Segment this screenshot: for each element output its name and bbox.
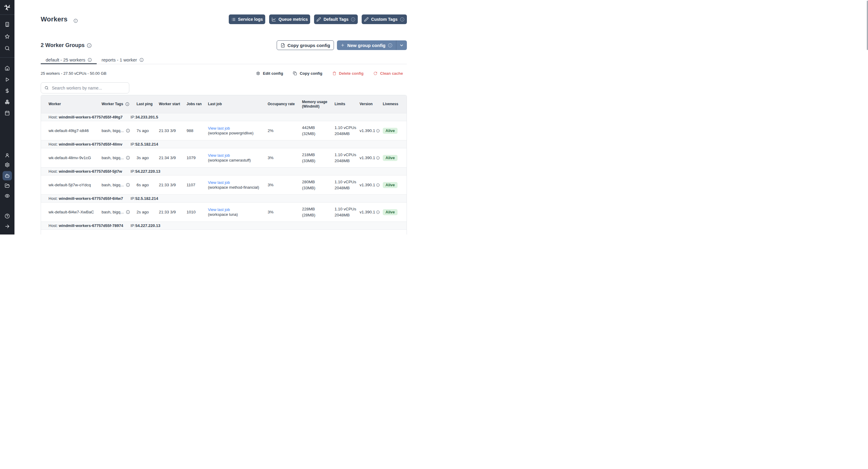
delete-config-button[interactable]: Delete config	[333, 71, 364, 76]
liveness-badge: Alive	[383, 182, 398, 188]
gear-icon	[256, 71, 260, 75]
sidebar-item-collapse[interactable]	[5, 224, 10, 229]
chart-icon	[272, 17, 276, 22]
worker-groups-heading: 2 Worker Groups	[41, 42, 85, 49]
host-label: Host:	[49, 196, 58, 201]
ip-label: IP:	[130, 142, 135, 147]
host-row: Host: windmill-workers-67757d55f-4llmv I…	[41, 140, 407, 148]
column-header-version: Version	[360, 102, 383, 106]
info-icon[interactable]	[376, 210, 380, 214]
clean-cache-button[interactable]: Clean cache	[373, 71, 403, 76]
sidebar-item-runs[interactable]	[5, 77, 10, 82]
new-group-config-caret-button[interactable]	[396, 40, 407, 50]
jobs-ran: 1107	[187, 183, 208, 187]
memory-total: 228MB	[302, 207, 315, 211]
sidebar-item-favorites[interactable]	[5, 34, 10, 39]
sidebar-divider	[0, 14, 14, 15]
sidebar-item-workspace[interactable]	[5, 22, 10, 27]
ip-label: IP:	[130, 223, 135, 228]
action-label: Edit config	[263, 71, 283, 76]
memory-windmill: (33MB)	[302, 159, 315, 163]
version: v1.390.1	[360, 210, 383, 214]
sidebar-item-help[interactable]	[5, 214, 10, 219]
tags-text: bash, bigq...	[101, 183, 124, 187]
new-group-config-button[interactable]: New group config	[337, 40, 396, 50]
info-icon[interactable]	[376, 129, 380, 133]
info-icon[interactable]	[376, 183, 380, 187]
info-icon[interactable]	[126, 156, 130, 160]
sidebar-item-resources[interactable]	[5, 99, 10, 104]
column-label: Last job	[208, 102, 222, 106]
memory-windmill: (32MB)	[302, 131, 315, 136]
host-cell: Host: windmill-workers-67757d55f-78974	[49, 223, 130, 228]
copy-groups-config-button[interactable]: Copy groups config	[277, 40, 334, 50]
search-input[interactable]	[52, 86, 125, 90]
sidebar	[0, 0, 14, 234]
tab-reports[interactable]: reports - 1 worker	[97, 56, 148, 64]
button-label: Queue metrics	[278, 17, 308, 22]
view-last-job-link[interactable]: View last job	[208, 126, 230, 130]
host-ip: 54.227.220.13	[135, 223, 160, 228]
sidebar-item-folders[interactable]	[5, 183, 10, 188]
view-last-job-link[interactable]: View last job	[208, 180, 230, 185]
last-job-workspace: (workspace camerastuff)	[208, 158, 251, 162]
liveness: Alive	[383, 182, 407, 188]
worker-start: 21:33 3/9	[159, 210, 187, 214]
info-icon[interactable]	[88, 58, 92, 62]
worker-name: wk-default-5jt7w-oYdcq	[41, 183, 101, 187]
info-icon[interactable]	[87, 43, 92, 48]
plus-icon	[341, 43, 345, 47]
info-icon[interactable]	[126, 129, 130, 133]
queue-metrics-button[interactable]: Queue metrics	[269, 14, 310, 24]
info-icon[interactable]	[140, 58, 144, 62]
sidebar-item-variables[interactable]	[5, 88, 10, 93]
version: v1.390.1	[360, 128, 383, 133]
worker-start: 21:34 3/9	[159, 156, 187, 160]
sidebar-item-settings[interactable]	[5, 162, 10, 167]
default-tags-button[interactable]: Default Tags	[314, 14, 358, 24]
sidebar-item-home[interactable]	[5, 66, 10, 71]
copy-config-button[interactable]: Copy config	[293, 71, 322, 76]
host-ip: 34.233.201.5	[135, 115, 158, 119]
building-icon	[5, 22, 10, 27]
file-code-icon	[281, 43, 285, 48]
windmill-logo[interactable]	[4, 4, 10, 10]
sidebar-item-schedules[interactable]	[5, 111, 10, 116]
sidebar-item-audit-logs[interactable]	[5, 193, 10, 199]
search-icon	[44, 86, 49, 90]
info-icon[interactable]	[126, 183, 130, 187]
column-label: Limits	[335, 102, 345, 106]
version: v1.390.1	[360, 156, 383, 160]
memory-total: 218MB	[302, 153, 315, 157]
info-icon[interactable]	[376, 156, 380, 160]
info-icon[interactable]	[73, 19, 78, 23]
sidebar-item-workers[interactable]	[3, 171, 12, 181]
ip-label: IP:	[130, 115, 135, 119]
windmill-logo-icon	[4, 4, 10, 10]
version-text: v1.390.1	[360, 210, 375, 214]
worker-group-tabs: default - 25 workers reports - 1 worker	[41, 56, 407, 64]
view-last-job-link[interactable]: View last job	[208, 207, 230, 212]
eye-icon	[5, 193, 10, 199]
sidebar-item-users[interactable]	[5, 153, 10, 158]
column-label: Liveness	[383, 102, 398, 106]
column-header-liveness: Liveness	[383, 102, 407, 106]
tags-text: bash, bigq...	[101, 210, 124, 214]
column-label: Jobs ran	[187, 102, 202, 106]
occupancy-rate: 3%	[268, 156, 302, 160]
list-icon	[231, 17, 236, 22]
sidebar-item-search[interactable]	[5, 46, 10, 51]
info-icon[interactable]	[125, 102, 129, 106]
button-label: Service logs	[238, 17, 263, 22]
last-ping: 7s ago	[136, 128, 159, 133]
info-icon[interactable]	[126, 210, 130, 214]
memory-usage: 280MB(33MB)	[302, 179, 335, 191]
chevron-down-icon	[399, 43, 404, 48]
custom-tags-button[interactable]: Custom Tags	[362, 14, 407, 24]
view-last-job-link[interactable]: View last job	[208, 153, 230, 158]
service-logs-button[interactable]: Service logs	[229, 14, 266, 24]
jobs-ran: 1010	[187, 210, 208, 214]
column-header-worker: Worker	[41, 102, 101, 106]
tab-default[interactable]: default - 25 workers	[41, 56, 97, 64]
edit-config-button[interactable]: Edit config	[256, 71, 283, 76]
